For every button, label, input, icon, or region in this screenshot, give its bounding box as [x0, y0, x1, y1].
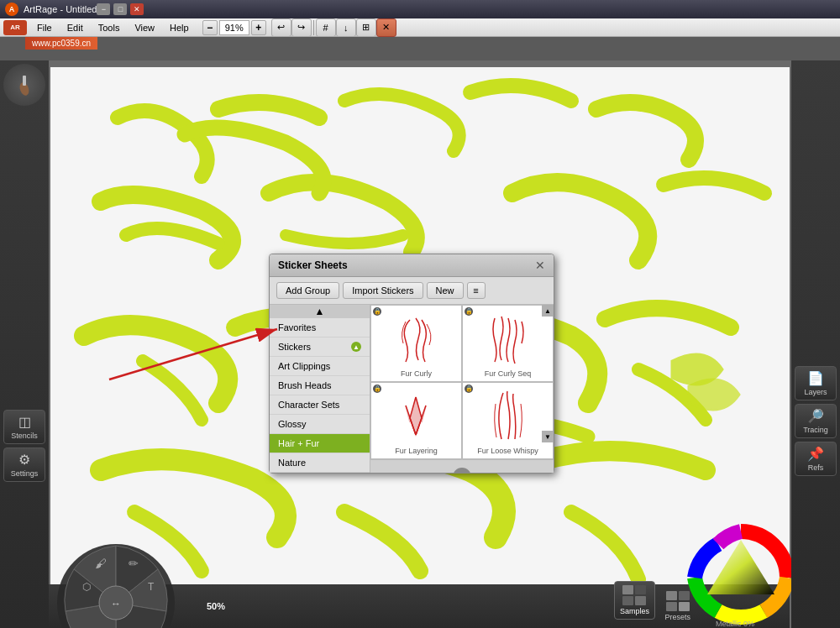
svg-text:🖌: 🖌: [95, 557, 107, 570]
fur-layering-label: Fur Layering: [395, 447, 438, 455]
brush-icon: [12, 72, 37, 97]
grid-scroll-down[interactable]: ▼: [542, 431, 554, 442]
color-wheel-area[interactable]: Metallic 0%: [665, 502, 791, 628]
sticker-bottom-row: ●: [370, 459, 554, 473]
sticker-preview-fur-loose-whispy: [483, 386, 533, 445]
sticker-grid: ▲ 🔒 Fur Curly: [370, 305, 554, 473]
svg-text:Metallic 0%: Metallic 0%: [716, 620, 754, 628]
samples-label: Samples: [620, 607, 649, 615]
categories-scroll-up[interactable]: ▲: [270, 305, 370, 318]
lock-icon-4: 🔒: [465, 385, 473, 393]
window-controls: − □ ✕: [97, 3, 144, 15]
import-stickers-button[interactable]: Import Stickers: [343, 282, 423, 299]
redo-button[interactable]: ↪: [291, 18, 312, 37]
sticker-fur-layering[interactable]: 🔒 Fur Layering: [370, 382, 462, 459]
menu-tools[interactable]: Tools: [92, 21, 127, 34]
settings-label: Settings: [11, 469, 39, 478]
sticker-fur-loose-whispy[interactable]: 🔒 Fur Loose Whispy: [462, 382, 554, 459]
window-title: ArtRage - Untitled: [24, 4, 97, 14]
menu-edit[interactable]: Edit: [60, 21, 90, 34]
sticker-toolbar: Add Group Import Stickers New ≡: [270, 277, 554, 305]
refs-button[interactable]: 📌 Refs: [795, 442, 837, 476]
dialog-title: Sticker Sheets: [278, 259, 348, 271]
svg-rect-1: [23, 76, 26, 86]
sticker-preview-fur-layering: [391, 386, 442, 445]
maximize-button[interactable]: □: [113, 3, 127, 15]
tool-wheel[interactable]: 🖌 ✏ T ⬡ ↔: [49, 494, 183, 628]
zoom-minus-button[interactable]: −: [202, 20, 218, 35]
app-menu-logo: AR: [3, 20, 27, 35]
zoom-value-display: 91%: [219, 20, 249, 35]
stencils-label: Stencils: [11, 432, 38, 440]
grid-button[interactable]: #: [316, 18, 336, 37]
add-group-button[interactable]: Add Group: [276, 282, 339, 299]
close-button[interactable]: ✕: [130, 3, 144, 15]
layers-label: Layers: [804, 388, 827, 396]
sticker-categories: ▲ Favorites Stickers ▲ Art Clippings Bru…: [270, 305, 370, 473]
menu-bar: AR File Edit Tools View Help − 91% + ↩ ↪…: [0, 18, 840, 37]
refs-label: Refs: [808, 463, 824, 472]
fur-curly-seq-label: Fur Curly Seq: [485, 369, 532, 378]
color-wheel-svg: Metallic 0%: [665, 502, 791, 628]
toolbar-separator: [313, 20, 314, 35]
samples-button[interactable]: Samples: [614, 581, 655, 620]
sticker-fur-curly[interactable]: 🔒 Fur Curly: [370, 305, 462, 382]
undo-button[interactable]: ↩: [271, 18, 291, 37]
menu-help[interactable]: Help: [163, 21, 196, 34]
right-sidebar: 📄 Layers 🔎 Tracing 📌 Refs: [791, 60, 840, 628]
category-brush-heads[interactable]: Brush Heads: [270, 376, 370, 395]
category-glossy[interactable]: Glossy: [270, 415, 370, 434]
fur-curly-svg: [393, 311, 439, 366]
canvas-area: ◫ Stencils ⚙ Settings 📄 Layers 🔎 Tracing…: [0, 60, 840, 628]
svg-text:T: T: [148, 581, 155, 593]
category-nature[interactable]: Nature: [270, 453, 370, 473]
stencils-button[interactable]: ◫ Stencils: [3, 410, 45, 444]
app-logo: A: [5, 3, 18, 16]
expand-button[interactable]: ⊞: [356, 18, 376, 37]
left-sidebar: ◫ Stencils ⚙ Settings: [0, 60, 49, 628]
zoom-plus-button[interactable]: +: [251, 20, 266, 35]
tool-wheel-svg: 🖌 ✏ T ⬡ ↔: [49, 494, 183, 628]
bottom-indicator-1: ●: [453, 468, 471, 474]
menu-view[interactable]: View: [128, 21, 161, 34]
zoom-control: − 91% +: [202, 20, 266, 35]
dialog-close-button[interactable]: ✕: [535, 259, 545, 272]
title-bar: A ArtRage - Untitled − □ ✕: [0, 0, 840, 18]
sticker-preview-fur-curly-seq: [483, 309, 533, 368]
category-art-clippings[interactable]: Art Clippings: [270, 357, 370, 376]
fur-layering-svg: [393, 389, 439, 443]
tracing-label: Tracing: [803, 426, 828, 434]
category-favorites[interactable]: Favorites: [270, 318, 370, 338]
grid-scroll-up[interactable]: ▲: [542, 305, 554, 317]
minimize-button[interactable]: −: [97, 3, 110, 15]
sticker-sheets-dialog: Sticker Sheets ✕ Add Group Import Sticke…: [269, 254, 554, 474]
lock-icon-2: 🔒: [465, 307, 473, 316]
new-sticker-button[interactable]: New: [427, 282, 464, 299]
svg-text:⬡: ⬡: [82, 581, 91, 593]
close-toolbar-button[interactable]: ✕: [376, 18, 396, 37]
stickers-scroll-indicator: ▲: [351, 342, 361, 352]
sticker-menu-button[interactable]: ≡: [467, 282, 486, 299]
sticker-fur-curly-seq[interactable]: 🔒 Fur Curly Seq: [462, 305, 554, 382]
fur-loose-whispy-svg: [485, 389, 531, 443]
settings-button[interactable]: ⚙ Settings: [3, 447, 45, 482]
svg-text:✏: ✏: [129, 557, 139, 570]
category-hair-fur[interactable]: Hair + Fur: [270, 434, 370, 453]
lock-icon-1: 🔒: [373, 307, 381, 316]
lock-icon-3: 🔒: [373, 385, 381, 393]
category-character-sets[interactable]: Character Sets: [270, 395, 370, 415]
fur-loose-whispy-label: Fur Loose Whispy: [477, 447, 538, 455]
menu-file[interactable]: File: [30, 21, 59, 34]
sticker-preview-fur-curly: [391, 309, 442, 368]
menu-items: File Edit Tools View Help: [30, 21, 196, 34]
layers-button[interactable]: 📄 Layers: [795, 366, 837, 400]
tracing-button[interactable]: 🔎 Tracing: [795, 404, 837, 438]
brush-tool-button[interactable]: [3, 64, 45, 106]
svg-text:↔: ↔: [111, 598, 121, 610]
dialog-header: Sticker Sheets ✕: [270, 254, 554, 277]
download-button[interactable]: ↓: [336, 18, 356, 37]
watermark: www.pc0359.cn: [25, 37, 97, 50]
sticker-body: ▲ Favorites Stickers ▲ Art Clippings Bru…: [270, 305, 554, 473]
category-stickers[interactable]: Stickers ▲: [270, 338, 370, 357]
fur-curly-label: Fur Curly: [401, 369, 432, 378]
